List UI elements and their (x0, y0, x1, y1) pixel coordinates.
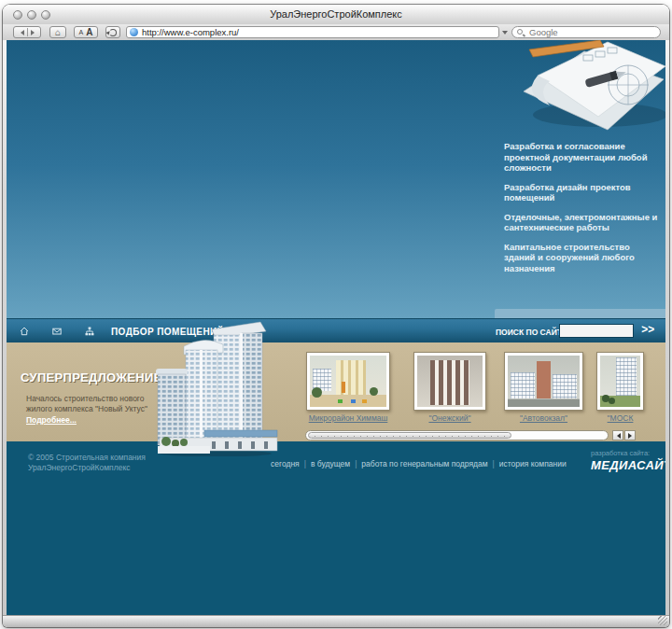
browser-window: УралЭнергоСтройКомплекс ⌂ A A (3, 5, 669, 627)
mediasite-logo[interactable]: МЕДИАСАЙТ (591, 458, 665, 472)
home-icon: ⌂ (55, 27, 61, 37)
nav-mail-icon[interactable] (52, 327, 62, 336)
footer-link-future[interactable]: в будущем (311, 459, 350, 468)
service-item: Разработка и согласование проектной доку… (504, 141, 659, 174)
page-footer: © 2005 Строительная компания УралЭнергоС… (7, 441, 665, 615)
footer-links: сегодня|в будущем|работа по генеральным … (271, 459, 567, 468)
thumbnail-image[interactable] (310, 356, 386, 407)
site-navbar: ПОДБОР ПОМЕЩЕНИЙ>> ПОИСК ПО САЙТУ: >> (7, 318, 665, 342)
gallery-item-khimmash[interactable]: Микрорайон Химмаш (306, 352, 390, 423)
gallery-item-avtovokzal[interactable]: "Автовокзал" (504, 352, 583, 423)
gallery-scrollbar-track[interactable] (305, 430, 609, 440)
page-viewport: Разработка и согласование проектной доку… (7, 40, 665, 615)
search-icon (517, 29, 523, 35)
gallery-item-partial[interactable]: "МОСК (596, 352, 644, 423)
url-dropdown-arrow[interactable] (502, 31, 508, 37)
copyright-text: © 2005 Строительная компания УралЭнергоС… (28, 453, 146, 472)
superoffer-text: Началось строительство нового жилого ком… (26, 394, 166, 413)
window-status-bar (3, 615, 669, 627)
thumbnail-caption[interactable]: "Автовокзал" (504, 413, 583, 423)
gallery-item-onezhsky[interactable]: "Онежский" (413, 352, 486, 423)
resize-grip[interactable] (658, 616, 667, 625)
refresh-button[interactable] (105, 26, 120, 38)
arrow-left-icon (614, 433, 621, 439)
footer-link-contracts[interactable]: работа по генеральным подрядам (361, 459, 487, 468)
window-titlebar[interactable]: УралЭнергоСтройКомплекс (3, 5, 669, 24)
thumbnail-frame (504, 352, 583, 411)
gallery-scroll-left-button[interactable] (612, 430, 623, 440)
forward-button[interactable] (31, 30, 37, 35)
gallery-scroll-right-button[interactable] (624, 430, 636, 440)
gallery-scrollbar-thumb[interactable] (308, 432, 511, 439)
search-tab-strip (495, 309, 665, 318)
arrow-right-icon (628, 433, 635, 439)
service-item: Разработка дизайн проектов помещений (504, 182, 659, 203)
smaller-text-icon: A (79, 29, 84, 35)
credit-label: разработка сайта: (591, 449, 665, 457)
thumbnail-frame (596, 352, 644, 411)
thumbnail-caption[interactable]: "Онежский" (413, 413, 486, 423)
thumbnail-image[interactable] (508, 356, 580, 407)
blueprint-image (496, 40, 665, 132)
larger-text-icon: A (86, 27, 92, 37)
superoffer-more-link[interactable]: Подробнее... (26, 415, 77, 425)
browser-toolbar: ⌂ A A (3, 24, 669, 40)
window-title: УралЭнергоСтройКомплекс (3, 8, 669, 20)
site-search-input[interactable] (559, 324, 634, 338)
footer-link-history[interactable]: история компании (499, 459, 567, 468)
thumbnail-image[interactable] (600, 356, 640, 407)
thumbnail-caption[interactable]: Микрорайон Химмаш (306, 413, 390, 423)
services-list: Разработка и согласование проектной доку… (504, 141, 659, 282)
globe-icon (130, 28, 138, 36)
home-button[interactable]: ⌂ (49, 26, 66, 38)
thumbnail-image[interactable] (417, 356, 483, 407)
thumbnail-frame (306, 352, 390, 411)
site-credit: разработка сайта: МЕДИАСАЙТ (591, 449, 665, 472)
history-nav-group (13, 26, 41, 38)
back-button[interactable] (18, 30, 24, 35)
refresh-icon (109, 29, 117, 36)
building-render-image (156, 314, 281, 456)
thumbnail-caption[interactable]: "МОСК (596, 413, 644, 423)
content-band: СУПЕРПРЕДЛОЖЕНИЕ Началось строительство … (7, 342, 665, 441)
nav-home-icon[interactable] (20, 327, 29, 336)
service-item: Отделочные, электромонтажные и сантехнич… (504, 212, 659, 233)
footer-link-today[interactable]: сегодня (271, 459, 300, 468)
url-field[interactable] (126, 26, 499, 38)
text-size-button[interactable]: A A (74, 26, 98, 38)
superoffer-title: СУПЕРПРЕДЛОЖЕНИЕ (21, 370, 162, 384)
hero-section: Разработка и согласование проектной доку… (7, 40, 665, 318)
divider (27, 28, 28, 36)
site-search-go-button[interactable]: >> (641, 323, 654, 336)
service-item: Капитальное строительство зданий и соору… (504, 242, 659, 274)
thumbnail-frame (413, 352, 486, 411)
web-search-field[interactable] (511, 26, 661, 38)
nav-sitemap-icon[interactable] (85, 327, 94, 336)
